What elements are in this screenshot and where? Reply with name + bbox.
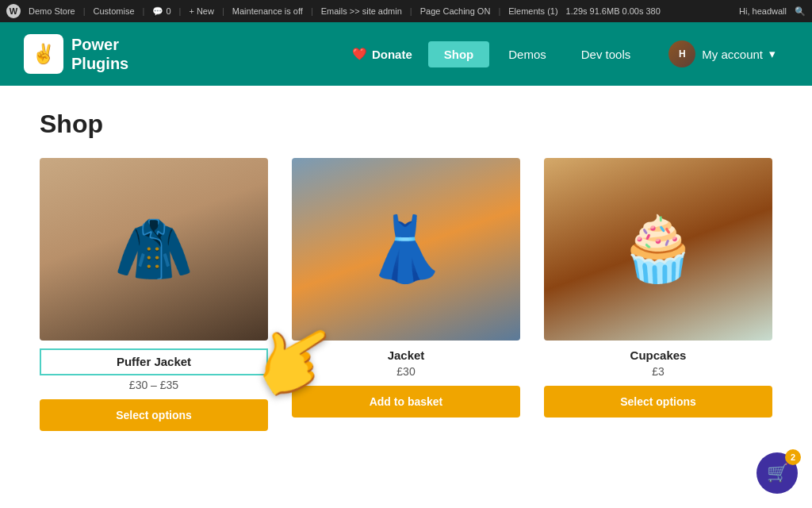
nav-dev-tools[interactable]: Dev tools [565,41,647,67]
nav-my-account[interactable]: H My account ▾ [656,34,788,74]
product-image-jacket [292,158,520,341]
product-name-cupcakes: Cupcakes [630,348,687,362]
admin-comments[interactable]: 💬 0 [152,6,170,17]
logo-text: Power Plugins [71,35,128,73]
add-to-basket-jacket[interactable]: Add to basket [292,386,520,418]
cart-icon: 🛒 [767,463,788,483]
chevron-down-icon: ▾ [769,47,776,61]
product-name-box-puffer-jacket: Puffer Jacket [40,348,268,375]
page-title: Shop [40,110,772,139]
product-card-cupcakes: Cupcakes £3 Select options [544,158,772,431]
admin-customise[interactable]: Customise [94,6,135,16]
avatar: H [668,40,695,67]
wp-logo: W [6,4,21,18]
admin-caching: Page Caching ON [420,6,491,16]
nav-demos[interactable]: Demos [492,41,562,67]
select-options-cupcakes[interactable]: Select options [544,386,772,418]
product-image-cupcakes [544,158,772,341]
nav-shop[interactable]: Shop [428,41,490,67]
donate-link[interactable]: ❤️ Donate [339,40,425,67]
cart-bubble[interactable]: 🛒 2 [756,452,798,494]
admin-demo-store[interactable]: Demo Store [29,6,75,16]
cart-count: 2 [785,449,801,465]
product-image-puffer-jacket [40,158,268,341]
heart-icon: ❤️ [352,47,367,61]
admin-hi: Hi, headwall [739,6,787,16]
nav-links: ❤️ Donate Shop Demos Dev tools H My acco… [339,34,788,74]
product-price-puffer-jacket: £30 – £35 [129,379,178,391]
admin-bar: W Demo Store | Customise | 💬 0 | + New |… [0,0,812,22]
select-options-puffer-jacket[interactable]: Select options [40,399,268,431]
admin-emails[interactable]: Emails >> site admin [321,6,402,16]
product-name-jacket: Jacket [388,348,425,362]
product-card-jacket: Jacket £30 Add to basket [292,158,520,431]
product-grid: Puffer Jacket £30 – £35 Select options J… [40,158,772,431]
product-price-jacket: £30 [396,365,415,378]
main-nav: ✌️ Power Plugins ❤️ Donate Shop Demos De… [0,22,812,86]
admin-elements: Elements (1) [508,6,557,16]
admin-maintenance: Maintenance is off [232,6,303,16]
product-name-puffer-jacket: Puffer Jacket [117,355,191,368]
admin-new[interactable]: + New [189,6,214,16]
page-content: Shop Puffer Jacket £30 – £35 Select opti… [0,86,812,455]
admin-perf: 1.29s 91.6MB 0.00s 380 [566,6,661,16]
logo-area[interactable]: ✌️ Power Plugins [24,34,128,74]
product-price-cupcakes: £3 [652,365,665,378]
product-card-puffer-jacket: Puffer Jacket £30 – £35 Select options [40,158,268,431]
search-icon[interactable]: 🔍 [795,6,806,17]
logo-icon: ✌️ [24,34,63,74]
